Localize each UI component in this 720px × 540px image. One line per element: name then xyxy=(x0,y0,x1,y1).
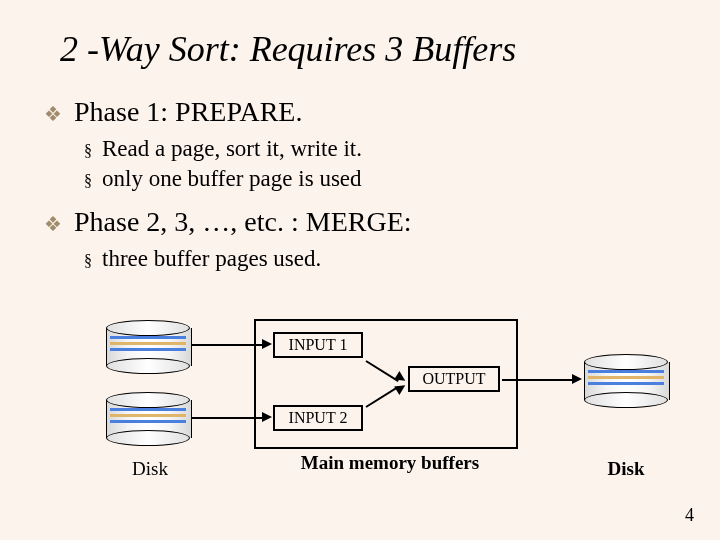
arrow-icon xyxy=(192,344,262,346)
bullet-list: ❖ Phase 1: PREPARE. § Read a page, sort … xyxy=(44,96,664,276)
slide-title: 2 -Way Sort: Requires 3 Buffers xyxy=(60,28,516,70)
phase1-item-text: only one buffer page is used xyxy=(102,166,362,192)
square-bullet-icon: § xyxy=(84,142,92,160)
phase2-item: § three buffer pages used. xyxy=(84,246,664,272)
page-number: 4 xyxy=(685,505,694,526)
phase1-item: § Read a page, sort it, write it. xyxy=(84,136,664,162)
disk-cylinder-icon xyxy=(106,392,190,446)
arrow-head-icon xyxy=(572,374,582,384)
square-bullet-icon: § xyxy=(84,252,92,270)
diamond-bullet-icon: ❖ xyxy=(44,212,62,236)
disk-right-label: Disk xyxy=(596,458,656,480)
disk-cylinder-icon xyxy=(584,354,668,408)
arrow-head-icon xyxy=(262,339,272,349)
disk-cylinder-icon xyxy=(106,320,190,374)
phase2-heading-text: Phase 2, 3, …, etc. : MERGE: xyxy=(74,206,412,238)
arrow-head-icon xyxy=(262,412,272,422)
slide: 2 -Way Sort: Requires 3 Buffers ❖ Phase … xyxy=(0,0,720,540)
phase1-item: § only one buffer page is used xyxy=(84,166,664,192)
phase1-heading-text: Phase 1: PREPARE. xyxy=(74,96,302,128)
phase1-heading: ❖ Phase 1: PREPARE. xyxy=(44,96,664,128)
phase2-heading: ❖ Phase 2, 3, …, etc. : MERGE: xyxy=(44,206,664,238)
output-buffer: OUTPUT xyxy=(408,366,500,392)
diagram: INPUT 1 OUTPUT INPUT 2 Disk Main memory … xyxy=(0,316,720,516)
arrow-icon xyxy=(192,417,262,419)
main-memory-label: Main memory buffers xyxy=(280,452,500,474)
square-bullet-icon: § xyxy=(84,172,92,190)
arrow-icon xyxy=(502,379,572,381)
input2-buffer: INPUT 2 xyxy=(273,405,363,431)
phase2-item-text: three buffer pages used. xyxy=(102,246,321,272)
input1-buffer: INPUT 1 xyxy=(273,332,363,358)
disk-left-label: Disk xyxy=(120,458,180,480)
phase1-item-text: Read a page, sort it, write it. xyxy=(102,136,362,162)
diamond-bullet-icon: ❖ xyxy=(44,102,62,126)
